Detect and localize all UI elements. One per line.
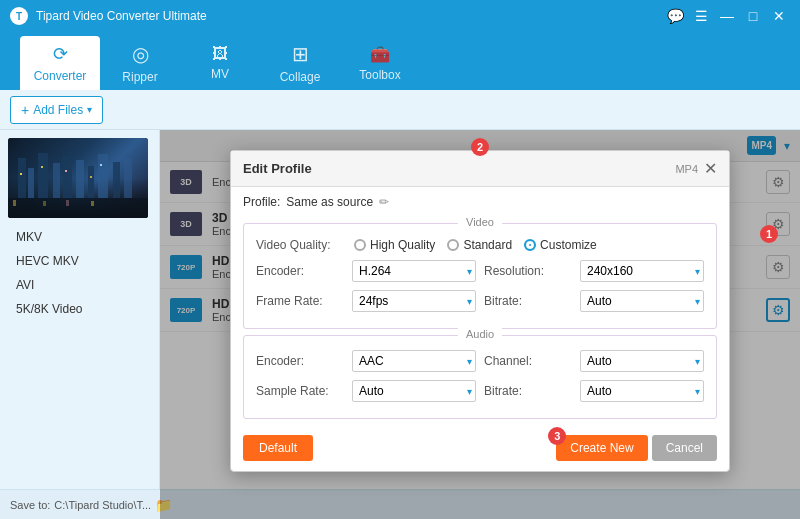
- audio-encoder-label: Encoder:: [256, 354, 346, 368]
- add-files-button[interactable]: + Add Files ▾: [10, 96, 103, 124]
- maximize-button[interactable]: □: [742, 5, 764, 27]
- framerate-select[interactable]: 24fps: [352, 290, 476, 312]
- quality-standard[interactable]: Standard: [447, 238, 512, 252]
- quality-radio-group: High Quality Standard Customize: [354, 238, 597, 252]
- bitrate-half: Bitrate: Auto ▾: [484, 290, 704, 312]
- svg-rect-16: [13, 200, 16, 206]
- svg-rect-0: [18, 158, 26, 198]
- format-item-avi[interactable]: AVI: [8, 274, 151, 296]
- svg-rect-3: [53, 163, 60, 198]
- resolution-half: Resolution: 240x160 ▾: [484, 260, 704, 282]
- svg-rect-17: [43, 201, 46, 206]
- tab-toolbox[interactable]: 🧰 Toolbox: [340, 36, 420, 90]
- dialog-footer: Default Create New 3 Cancel: [231, 425, 729, 471]
- mv-icon: 🖼: [212, 45, 228, 63]
- quality-high[interactable]: High Quality: [354, 238, 435, 252]
- chat-button[interactable]: 💬: [664, 5, 686, 27]
- sample-rate-label: Sample Rate:: [256, 384, 346, 398]
- dialog-close-button[interactable]: ✕: [704, 159, 717, 178]
- audio-encoder-select-wrapper: AAC ▾: [352, 350, 476, 372]
- audio-encoder-select[interactable]: AAC: [352, 350, 476, 372]
- svg-rect-12: [65, 170, 67, 172]
- profile-label: Profile:: [243, 195, 280, 209]
- thumb-svg: [8, 138, 148, 218]
- title-bar: T Tipard Video Converter Ultimate 💬 ☰ — …: [0, 0, 800, 32]
- radio-customize: [524, 239, 536, 251]
- svg-rect-13: [90, 176, 92, 178]
- tab-ripper-label: Ripper: [122, 70, 157, 84]
- toolbox-icon: 🧰: [370, 45, 390, 64]
- right-panel: MP4 ▾ 3D Encoder: H.264 Resolution: 1920…: [160, 130, 800, 519]
- svg-rect-4: [63, 156, 72, 198]
- encoder-label: Encoder:: [256, 264, 346, 278]
- modal-overlay: 2 Edit Profile MP4 ✕ Profile: Same as so…: [160, 130, 800, 519]
- quality-standard-label: Standard: [463, 238, 512, 252]
- left-panel: MKV HEVC MKV AVI 5K/8K Video: [0, 130, 160, 519]
- tab-converter[interactable]: ⟳ Converter: [20, 36, 100, 90]
- number-badge-1: 1: [760, 225, 778, 243]
- audio-section-content: Encoder: AAC ▾ Channel:: [244, 336, 716, 418]
- main-area: MKV HEVC MKV AVI 5K/8K Video MP4 ▾ 3D En…: [0, 130, 800, 519]
- sample-rate-half: Sample Rate: Auto ▾: [256, 380, 476, 402]
- bitrate-label: Bitrate:: [484, 294, 574, 308]
- encoder-half: Encoder: H.264 ▾: [256, 260, 476, 282]
- video-thumbnail: [8, 138, 148, 218]
- dialog-format-label: MP4: [675, 163, 698, 175]
- minimize-button[interactable]: —: [716, 5, 738, 27]
- format-item-hevc-mkv[interactable]: HEVC MKV: [8, 250, 151, 272]
- svg-rect-6: [88, 166, 94, 198]
- close-button[interactable]: ✕: [768, 5, 790, 27]
- plus-icon: +: [21, 102, 29, 118]
- tab-toolbox-label: Toolbox: [359, 68, 400, 82]
- sample-rate-select[interactable]: Auto: [352, 380, 476, 402]
- logo-symbol: T: [16, 11, 22, 22]
- svg-rect-2: [38, 153, 48, 198]
- framerate-bitrate-row: Frame Rate: 24fps ▾ Bitrate:: [256, 290, 704, 312]
- create-new-button[interactable]: Create New: [556, 435, 647, 461]
- radio-high-quality: [354, 239, 366, 251]
- svg-rect-18: [66, 200, 69, 206]
- edit-profile-icon[interactable]: ✏: [379, 195, 389, 209]
- title-controls: 💬 ☰ — □ ✕: [664, 5, 790, 27]
- video-section-title: Video: [458, 216, 502, 228]
- format-item-mkv[interactable]: MKV: [8, 226, 151, 248]
- dialog-title: Edit Profile: [243, 161, 312, 176]
- number-badge-2: 2: [471, 138, 489, 156]
- resolution-select[interactable]: 240x160: [580, 260, 704, 282]
- channel-select[interactable]: Auto: [580, 350, 704, 372]
- edit-profile-dialog: Edit Profile MP4 ✕ Profile: Same as sour…: [230, 150, 730, 472]
- framerate-label: Frame Rate:: [256, 294, 346, 308]
- encoder-resolution-row: Encoder: H.264 ▾ Resolution:: [256, 260, 704, 282]
- chevron-down-icon: ▾: [87, 104, 92, 115]
- action-buttons: Create New 3 Cancel: [556, 435, 717, 461]
- tab-collage[interactable]: ⊞ Collage: [260, 36, 340, 90]
- channel-half: Channel: Auto ▾: [484, 350, 704, 372]
- app-title: Tipard Video Converter Ultimate: [36, 9, 207, 23]
- tab-mv[interactable]: 🖼 MV: [180, 36, 260, 90]
- tab-ripper[interactable]: ◎ Ripper: [100, 36, 180, 90]
- video-quality-row: Video Quality: High Quality Standard: [256, 238, 704, 252]
- save-to-path: C:\Tipard Studio\T...: [54, 499, 151, 511]
- audio-section: Audio Encoder: AAC ▾: [243, 335, 717, 419]
- collage-icon: ⊞: [292, 42, 309, 66]
- format-item-5k8k[interactable]: 5K/8K Video: [8, 298, 151, 320]
- audio-bitrate-select[interactable]: Auto: [580, 380, 704, 402]
- cancel-button[interactable]: Cancel: [652, 435, 717, 461]
- audio-encoder-half: Encoder: AAC ▾: [256, 350, 476, 372]
- ripper-icon: ◎: [132, 42, 149, 66]
- svg-rect-5: [76, 160, 84, 198]
- dialog-profile-row: Profile: Same as source ✏: [231, 187, 729, 217]
- quality-customize[interactable]: Customize: [524, 238, 597, 252]
- converter-icon: ⟳: [53, 43, 68, 65]
- video-quality-label: Video Quality:: [256, 238, 346, 252]
- svg-rect-8: [113, 162, 120, 198]
- default-button[interactable]: Default: [243, 435, 313, 461]
- menu-button[interactable]: ☰: [690, 5, 712, 27]
- nav-bar: ⟳ Converter ◎ Ripper 🖼 MV ⊞ Collage 🧰 To…: [0, 32, 800, 90]
- bitrate-select[interactable]: Auto: [580, 290, 704, 312]
- encoder-select[interactable]: H.264: [352, 260, 476, 282]
- video-section: Video Video Quality: High Quality: [243, 223, 717, 329]
- resolution-select-wrapper: 240x160 ▾: [580, 260, 704, 282]
- svg-rect-11: [41, 166, 43, 168]
- svg-rect-1: [28, 168, 34, 198]
